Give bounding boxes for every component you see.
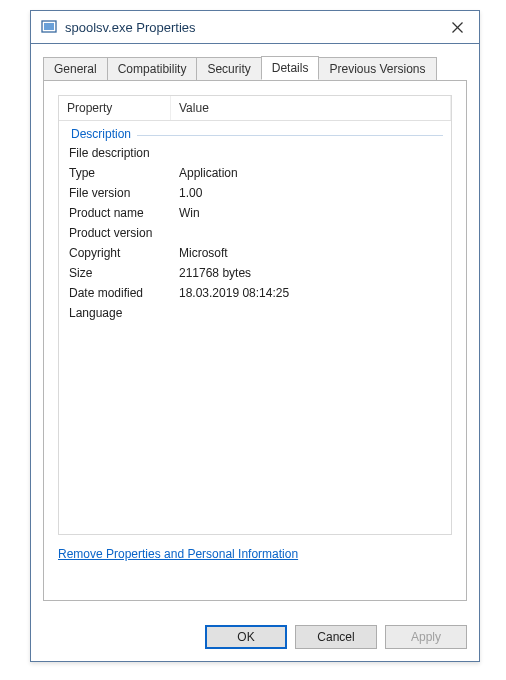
row-product-name[interactable]: Product name Win (59, 203, 451, 223)
row-copyright[interactable]: Copyright Microsoft (59, 243, 451, 263)
remove-properties-link[interactable]: Remove Properties and Personal Informati… (58, 547, 452, 561)
row-file-version[interactable]: File version 1.00 (59, 183, 451, 203)
listview-body: Description File description Type Applic… (59, 121, 451, 325)
svg-rect-1 (44, 23, 54, 30)
window-title: spoolsv.exe Properties (65, 20, 435, 35)
ok-button[interactable]: OK (205, 625, 287, 649)
row-language[interactable]: Language (59, 303, 451, 323)
tab-security[interactable]: Security (196, 57, 261, 81)
row-size[interactable]: Size 211768 bytes (59, 263, 451, 283)
row-date-modified[interactable]: Date modified 18.03.2019 08:14:25 (59, 283, 451, 303)
content-area: General Compatibility Security Details P… (31, 44, 479, 613)
titlebar: spoolsv.exe Properties (31, 11, 479, 44)
app-icon (41, 19, 57, 35)
dialog-buttons: OK Cancel Apply (31, 613, 479, 661)
group-description: Description (59, 123, 451, 143)
tab-previous-versions[interactable]: Previous Versions (318, 57, 436, 81)
tab-general[interactable]: General (43, 57, 108, 81)
cancel-button[interactable]: Cancel (295, 625, 377, 649)
close-button[interactable] (435, 11, 479, 44)
column-property[interactable]: Property (59, 96, 171, 120)
details-panel: Property Value Description File descript… (43, 80, 467, 601)
row-product-version[interactable]: Product version (59, 223, 451, 243)
column-value[interactable]: Value (171, 96, 451, 120)
property-listview[interactable]: Property Value Description File descript… (58, 95, 452, 535)
properties-dialog: spoolsv.exe Properties General Compatibi… (30, 10, 480, 662)
apply-button: Apply (385, 625, 467, 649)
tab-details[interactable]: Details (261, 56, 320, 80)
tabstrip: General Compatibility Security Details P… (43, 56, 467, 80)
close-icon (452, 22, 463, 33)
listview-header: Property Value (59, 96, 451, 121)
tab-compatibility[interactable]: Compatibility (107, 57, 198, 81)
row-file-description[interactable]: File description (59, 143, 451, 163)
row-type[interactable]: Type Application (59, 163, 451, 183)
